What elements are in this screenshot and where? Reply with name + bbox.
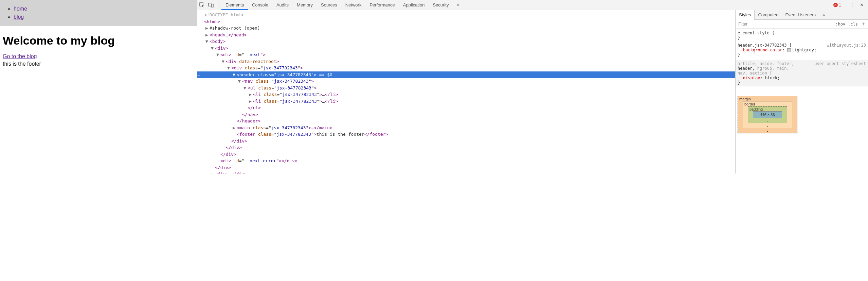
dom-node[interactable]: </header> — [197, 118, 735, 125]
dom-node[interactable]: ▼<ul class="jsx-347782343"> — [197, 85, 735, 92]
error-count: 1 — [839, 2, 841, 7]
dom-node[interactable]: ▶<head>…</head> — [197, 32, 735, 38]
close-icon[interactable]: ✕ — [857, 2, 866, 7]
devtools-main: <!DOCTYPE html><html>▶#shadow-root (open… — [197, 10, 868, 173]
devtools: ElementsConsoleAuditsMemorySourcesNetwor… — [197, 0, 868, 173]
devtools-toolbar: ElementsConsoleAuditsMemorySourcesNetwor… — [197, 0, 868, 10]
devtools-tab-audits[interactable]: Audits — [272, 0, 293, 10]
styles-tabs: Styles Computed Event Listeners » — [736, 10, 868, 20]
element-style-block[interactable]: element.style { } — [738, 31, 866, 40]
dom-node[interactable]: </div> — [197, 164, 735, 171]
error-circle-icon: ✕ — [833, 3, 838, 7]
styles-tab-styles[interactable]: Styles — [736, 10, 755, 20]
hov-toggle[interactable]: :hov — [835, 22, 845, 27]
devtools-tab-elements[interactable]: Elements — [221, 0, 248, 10]
styles-filter-bar: :hov .cls ＋ — [736, 20, 868, 29]
border-label: border — [744, 102, 755, 106]
nav-item-home: home — [14, 5, 197, 13]
footer-text: this is the footer — [3, 61, 197, 67]
dom-node[interactable]: </nav> — [197, 111, 735, 118]
devtools-tabs: ElementsConsoleAuditsMemorySourcesNetwor… — [221, 0, 453, 10]
page-title: Welcome to my blog — [3, 34, 197, 47]
svg-rect-2 — [212, 4, 213, 7]
devtools-tab-network[interactable]: Network — [341, 0, 366, 10]
prop-name: background-color — [743, 48, 782, 52]
page-header: home blog — [0, 0, 197, 26]
box-content[interactable]: 446 × 36 — [753, 111, 782, 118]
rendered-page: home blog Welcome to my blog Go to the b… — [0, 0, 197, 173]
dom-node[interactable]: <html> — [197, 18, 735, 25]
devtools-tab-memory[interactable]: Memory — [293, 0, 317, 10]
nav-item-blog: blog — [14, 13, 197, 21]
box-margin[interactable]: margin - - - - border - - - - padding — [738, 96, 797, 133]
toolbar-divider-2 — [846, 2, 846, 8]
devtools-tab-console[interactable]: Console — [248, 0, 272, 10]
box-padding[interactable]: padding - - - - 446 × 36 — [748, 106, 787, 123]
more-tabs-icon[interactable]: » — [453, 0, 463, 10]
devtools-tab-application[interactable]: Application — [399, 0, 429, 10]
cls-toggle[interactable]: .cls — [848, 22, 858, 27]
elements-tree[interactable]: <!DOCTYPE html><html>▶#shadow-root (open… — [197, 10, 735, 173]
dom-node[interactable]: ▶<li class="jsx-347782343">…</li> — [197, 98, 735, 105]
margin-label: margin — [739, 97, 751, 101]
nav-list: home blog — [0, 5, 197, 21]
style-rules: element.style { } header.jsx-347782343 {… — [736, 29, 868, 138]
devtools-tab-sources[interactable]: Sources — [317, 0, 341, 10]
dom-node[interactable]: ▼<header class="jsx-347782343"> == $0 — [197, 71, 735, 78]
user-agent-block: article, aside, footer, header, hgroup, … — [736, 60, 868, 86]
go-to-blog-link[interactable]: Go to the blog — [3, 53, 37, 59]
styles-tab-event-listeners[interactable]: Event Listeners — [782, 10, 819, 20]
device-toggle-icon[interactable] — [208, 2, 217, 8]
styles-panel: Styles Computed Event Listeners » :hov .… — [735, 10, 868, 173]
dom-node[interactable]: ▼<body> — [197, 38, 735, 45]
element-style-selector: element.style { — [738, 31, 866, 35]
toolbar-divider — [219, 2, 219, 8]
nav-link-home[interactable]: home — [14, 6, 27, 12]
ua-label: user agent stylesheet — [814, 61, 866, 76]
styles-tab-computed[interactable]: Computed — [755, 10, 782, 20]
inspect-icon[interactable] — [199, 2, 208, 8]
dom-node[interactable]: ▶<main class="jsx-347782343">…</main> — [197, 125, 735, 131]
dom-node[interactable]: </div> — [197, 144, 735, 151]
dom-node[interactable]: <footer class="jsx-347782343">this is th… — [197, 131, 735, 138]
dom-node[interactable]: ▶<div>…</div> — [197, 171, 735, 173]
rule-source-link[interactable]: withLayout.js:23 — [827, 43, 866, 48]
dom-node[interactable]: ▼<div> — [197, 45, 735, 52]
dom-node[interactable]: ▼<nav class="jsx-347782343"> — [197, 78, 735, 85]
prop-val: lightgrey; — [792, 48, 816, 52]
nav-link-blog[interactable]: blog — [14, 14, 24, 20]
dom-node[interactable]: ▼<div id="__next"> — [197, 51, 735, 58]
add-rule-icon[interactable]: ＋ — [861, 20, 866, 28]
dom-node[interactable]: </div> — [197, 151, 735, 158]
ua-prop-val: block; — [765, 76, 780, 80]
dom-node[interactable]: </ul> — [197, 104, 735, 111]
box-border[interactable]: border - - - - padding - - - - 44 — [743, 101, 792, 128]
rule-prop[interactable]: background-color: lightgrey; — [738, 48, 866, 52]
kebab-menu-icon[interactable]: ⋮ — [848, 2, 857, 7]
dom-node[interactable]: </div> — [197, 138, 735, 145]
styles-tab-more-icon[interactable]: » — [819, 10, 828, 20]
ua-selector: article, aside, footer, header, hgroup, … — [738, 61, 794, 76]
rule-block-header[interactable]: header.jsx-347782343 { withLayout.js:23 … — [738, 43, 866, 57]
dom-node[interactable]: <!DOCTYPE html> — [197, 12, 735, 18]
rule-selector: header.jsx-347782343 { — [738, 43, 792, 48]
padding-label: padding — [749, 107, 763, 111]
styles-filter-input[interactable] — [738, 21, 834, 27]
ua-prop: display: block; — [738, 76, 866, 80]
error-badge[interactable]: ✕ 1 — [833, 2, 841, 7]
dom-node[interactable]: <div id="__next-error"></div> — [197, 158, 735, 164]
dom-node[interactable]: ▶#shadow-root (open) — [197, 25, 735, 32]
dom-node[interactable]: ▼<div data-reactroot> — [197, 58, 735, 65]
dom-node[interactable]: ▶<li class="jsx-347782343">…</li> — [197, 91, 735, 98]
devtools-tab-performance[interactable]: Performance — [365, 0, 399, 10]
ua-prop-name: display — [743, 76, 760, 80]
devtools-tab-security[interactable]: Security — [429, 0, 453, 10]
color-swatch-icon[interactable] — [787, 48, 791, 52]
dom-node[interactable]: ▼<div class="jsx-347782343"> — [197, 65, 735, 71]
box-model: margin - - - - border - - - - padding — [738, 96, 866, 133]
